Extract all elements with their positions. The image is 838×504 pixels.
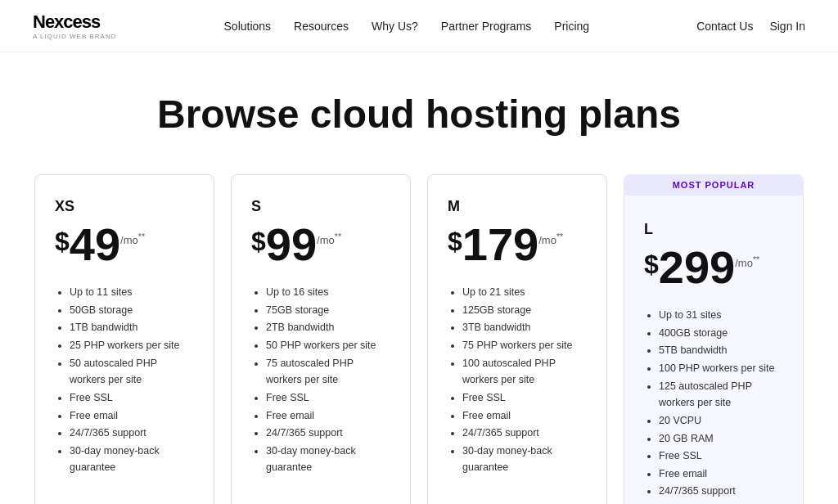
feature-item: Up to 11 sites	[70, 284, 194, 301]
page-title: Browse cloud hosting plans	[16, 92, 822, 137]
feature-item: 50GB storage	[70, 302, 194, 319]
feature-item: Up to 21 sites	[462, 284, 587, 301]
plan-features-xs: Up to 11 sites50GB storage1TB bandwidth2…	[55, 284, 194, 504]
logo-sub: A LIQUID WEB BRAND	[33, 33, 116, 40]
feature-item: 125 autoscaled PHP workers per site	[659, 378, 783, 412]
feature-item: 24/7/365 support	[70, 425, 194, 442]
feature-item: Free SSL	[462, 389, 587, 407]
price-amount: 99	[266, 222, 317, 268]
plan-card-l: MOST POPULARL $ 299 /mo** Up to 31 sites…	[624, 174, 804, 504]
plan-price-m: $ 179 /mo**	[448, 222, 587, 268]
feature-item: 1TB bandwidth	[70, 319, 194, 336]
plan-card-xs: XS $ 49 /mo** Up to 11 sites50GB storage…	[34, 174, 214, 504]
feature-item: 25 PHP workers per site	[70, 337, 194, 354]
nav-links: Solutions Resources Why Us? Partner Prog…	[224, 20, 590, 33]
feature-item: 24/7/365 support	[462, 425, 587, 442]
feature-item: 30-day money-back guarantee	[659, 501, 783, 504]
price-period: /mo**	[317, 232, 341, 246]
feature-item: Free SSL	[266, 389, 390, 407]
feature-item: Up to 31 sites	[659, 307, 783, 324]
feature-item: 75GB storage	[266, 302, 390, 319]
navigation: Nexcess A LIQUID WEB BRAND Solutions Res…	[0, 0, 838, 52]
logo: Nexcess A LIQUID WEB BRAND	[33, 11, 116, 40]
feature-item: 3TB bandwidth	[462, 319, 587, 336]
plan-name-m: M	[448, 198, 587, 215]
feature-item: 20 VCPU	[659, 412, 783, 430]
feature-item: 75 PHP workers per site	[462, 337, 587, 354]
plan-features-m: Up to 21 sites125GB storage3TB bandwidth…	[448, 284, 587, 504]
plan-name-l: L	[644, 221, 783, 238]
plan-price-s: $ 99 /mo**	[251, 222, 390, 268]
feature-item: 24/7/365 support	[266, 425, 390, 442]
feature-item: 400GB storage	[659, 325, 783, 342]
price-currency: $	[55, 227, 70, 257]
plan-features-l: Up to 31 sites400GB storage5TB bandwidth…	[644, 307, 783, 504]
price-period: /mo**	[538, 232, 563, 246]
logo-name: Nexcess	[33, 11, 116, 33]
hero-section: Browse cloud hosting plans	[0, 52, 838, 166]
plans-container: XS $ 49 /mo** Up to 11 sites50GB storage…	[0, 166, 838, 504]
feature-item: 100 PHP workers per site	[659, 360, 783, 377]
feature-item: 30-day money-back guarantee	[266, 443, 390, 476]
feature-item: Free SSL	[70, 389, 194, 407]
nav-actions: Contact Us Sign In	[696, 20, 805, 33]
popular-badge: MOST POPULAR	[624, 174, 804, 196]
feature-item: Free email	[70, 407, 194, 425]
price-amount: 179	[462, 222, 538, 268]
plan-card-s: S $ 99 /mo** Up to 16 sites75GB storage2…	[231, 174, 411, 504]
nav-partner-programs[interactable]: Partner Programs	[441, 20, 531, 33]
price-amount: 299	[659, 245, 735, 290]
price-amount: 49	[70, 222, 120, 268]
price-period: /mo**	[735, 254, 759, 269]
nav-resources[interactable]: Resources	[294, 20, 349, 33]
feature-item: Free email	[462, 407, 587, 425]
plan-name-s: S	[251, 198, 390, 215]
plan-card-m: M $ 179 /mo** Up to 21 sites125GB storag…	[427, 174, 607, 504]
feature-item: 2TB bandwidth	[266, 319, 390, 336]
feature-item: 20 GB RAM	[659, 430, 783, 448]
price-currency: $	[251, 227, 266, 257]
feature-item: 30-day money-back guarantee	[462, 443, 587, 476]
feature-item: Up to 16 sites	[266, 284, 390, 301]
sign-in-link[interactable]: Sign In	[769, 20, 805, 33]
nav-pricing[interactable]: Pricing	[554, 20, 589, 33]
nav-solutions[interactable]: Solutions	[224, 20, 272, 33]
feature-item: 24/7/365 support	[659, 483, 783, 500]
feature-item: 50 PHP workers per site	[266, 337, 390, 354]
plan-price-l: $ 299 /mo**	[644, 245, 783, 290]
feature-item: 125GB storage	[462, 302, 587, 319]
feature-item: Free SSL	[659, 448, 783, 465]
price-currency: $	[644, 250, 659, 280]
feature-item: 100 autoscaled PHP workers per site	[462, 355, 587, 389]
feature-item: Free email	[266, 407, 390, 425]
plan-price-xs: $ 49 /mo**	[55, 222, 194, 268]
nav-why-us[interactable]: Why Us?	[372, 20, 418, 33]
feature-item: Free email	[659, 466, 783, 483]
feature-item: 50 autoscaled PHP workers per site	[70, 355, 194, 389]
feature-item: 75 autoscaled PHP workers per site	[266, 355, 390, 389]
plan-name-xs: XS	[55, 198, 194, 215]
price-period: /mo**	[120, 232, 145, 246]
contact-us-link[interactable]: Contact Us	[696, 20, 753, 33]
feature-item: 5TB bandwidth	[659, 342, 783, 359]
price-currency: $	[448, 227, 462, 257]
plan-features-s: Up to 16 sites75GB storage2TB bandwidth5…	[251, 284, 390, 504]
feature-item: 30-day money-back guarantee	[70, 443, 194, 476]
